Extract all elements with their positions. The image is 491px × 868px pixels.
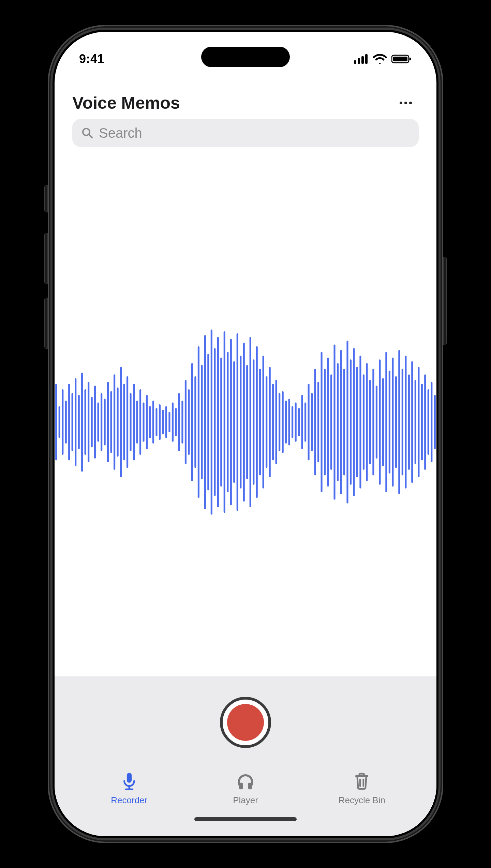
bottom-panel: Recorder Player [55,676,436,836]
more-dots-icon [400,102,402,104]
dynamic-island [201,47,290,67]
svg-rect-5 [393,57,407,61]
header: Voice Memos [55,73,436,119]
tab-recorder[interactable]: Recorder [95,771,163,806]
home-indicator[interactable] [55,812,436,836]
page-title: Voice Memos [72,93,180,113]
waveform-area [55,147,436,676]
svg-line-8 [89,135,92,138]
battery-icon [391,54,412,64]
headphones-icon [236,771,255,791]
search-icon [81,127,93,139]
svg-rect-130 [239,783,243,789]
svg-rect-2 [361,56,364,64]
tab-recorder-label: Recorder [111,795,147,806]
cellular-icon [354,54,368,64]
tab-recycle-label: Recycle Bin [339,795,385,806]
tab-bar: Recorder Player [55,762,436,812]
microphone-icon [119,771,139,791]
tab-player-label: Player [233,795,258,806]
record-button[interactable] [220,697,271,748]
status-time: 9:41 [79,52,104,66]
svg-rect-6 [410,58,411,60]
record-icon [227,704,264,741]
search-input[interactable] [99,125,410,141]
waveform-chart [55,327,436,518]
trash-icon [352,771,372,791]
svg-rect-1 [358,58,360,64]
more-button[interactable] [396,98,415,108]
svg-rect-0 [354,60,356,64]
volume-up-button[interactable] [44,233,48,284]
wifi-icon [373,54,387,64]
mute-switch[interactable] [44,185,48,212]
tab-recycle-bin[interactable]: Recycle Bin [328,771,396,806]
svg-rect-127 [127,773,132,783]
svg-rect-131 [248,783,252,789]
search-field[interactable] [72,119,419,147]
power-button[interactable] [443,257,447,345]
status-icons [354,54,412,64]
svg-rect-3 [365,54,368,64]
tab-player[interactable]: Player [211,771,280,806]
phone-frame: 9:41 [48,25,443,843]
volume-down-button[interactable] [44,298,48,349]
